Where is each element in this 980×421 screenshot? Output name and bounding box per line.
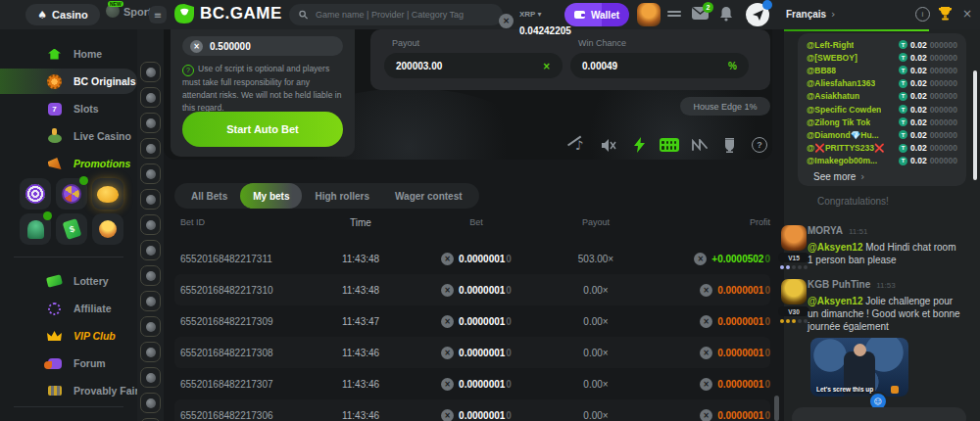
sidebar-item-vip-club[interactable]: VIP Club bbox=[0, 323, 137, 349]
search-input[interactable] bbox=[314, 9, 493, 21]
winner-row[interactable]: @AsiakhatunT0.02000000 bbox=[807, 90, 957, 103]
winner-name[interactable]: @[SWEBOY] bbox=[807, 53, 858, 63]
bet-row[interactable]: 65520168482217311 11:43:48 ×0.00000010 5… bbox=[174, 243, 770, 274]
rail-game-icon-6[interactable] bbox=[140, 189, 161, 210]
mention[interactable]: @Aksyen12 bbox=[808, 296, 862, 306]
search-bar[interactable] bbox=[289, 4, 503, 25]
winner-name[interactable]: @Asiakhatun bbox=[807, 91, 859, 101]
rail-game-icon-3[interactable] bbox=[140, 113, 161, 133]
rail-game-icon-11[interactable] bbox=[140, 316, 161, 337]
bet-row[interactable]: 65520168482217308 11:43:46 ×0.00000010 0… bbox=[174, 337, 770, 368]
turbo-icon[interactable] bbox=[628, 134, 650, 156]
winner-row[interactable]: @Aliesfahan1363T0.02000000 bbox=[807, 77, 957, 90]
start-auto-bet-button[interactable]: Start Auto Bet bbox=[182, 112, 343, 147]
close-icon[interactable]: × bbox=[962, 7, 972, 21]
bet-row[interactable]: 65520168482217309 11:43:47 ×0.00000010 0… bbox=[174, 305, 770, 337]
main-scrollbar[interactable] bbox=[774, 396, 779, 421]
menu-icon[interactable]: ≡ bbox=[149, 6, 167, 23]
language-selector[interactable]: Français bbox=[786, 9, 826, 20]
payout-input[interactable]: 200003.00 × bbox=[384, 53, 563, 78]
wallet-button[interactable]: Wallet bbox=[564, 3, 629, 26]
bet-row[interactable]: 65520168482217307 11:43:46 ×0.00000010 0… bbox=[174, 368, 770, 399]
casino-toggle[interactable]: ♠ Casino bbox=[25, 4, 100, 25]
balance-selector[interactable]: × XRP ▾ 0.04242205 bbox=[499, 3, 571, 38]
winner-row[interactable]: @❌PRITTYS233❌T0.02000000 bbox=[807, 142, 957, 155]
user-avatar[interactable] bbox=[637, 3, 661, 26]
help-icon[interactable]: ? bbox=[749, 134, 770, 156]
promo-wheel-tile[interactable] bbox=[56, 178, 87, 210]
clear-icon[interactable]: × bbox=[543, 61, 551, 71]
sound-mute-icon[interactable] bbox=[599, 134, 620, 156]
winner-name[interactable]: @❌PRITTYS233❌ bbox=[807, 143, 885, 153]
chat-scrollbar[interactable] bbox=[973, 70, 977, 180]
sidebar-item-forum[interactable]: Forum bbox=[0, 351, 137, 376]
rail-game-icon-7[interactable] bbox=[140, 214, 161, 235]
sidebar-item-live-casino[interactable]: Live Casino bbox=[0, 123, 137, 149]
sidebar-item-bc-originals[interactable]: BC Originals › bbox=[0, 69, 137, 94]
bet-amount-input[interactable]: × 0.500000 bbox=[182, 36, 343, 56]
winner-row[interactable]: @[SWEBOY]T0.02000000 bbox=[807, 51, 957, 64]
winner-name[interactable]: @Specific Cowden bbox=[807, 105, 881, 115]
rail-game-icon-1[interactable] bbox=[140, 62, 161, 82]
avatar[interactable] bbox=[781, 279, 807, 304]
winner-row[interactable]: @Zilong Tik TokT0.02000000 bbox=[807, 116, 957, 128]
chat-username[interactable]: KGB PuhTine11:53 bbox=[808, 279, 896, 290]
promo-spin-tile[interactable] bbox=[20, 178, 51, 210]
rewards-button[interactable] bbox=[938, 6, 953, 21]
promo-deals-tile[interactable]: $ bbox=[56, 213, 87, 245]
chat-gif-thumbnail[interactable]: Let's screw this up bbox=[810, 338, 908, 397]
logo[interactable]: BC.GAME bbox=[174, 4, 282, 23]
chat-input[interactable] bbox=[792, 407, 966, 421]
winner-row[interactable]: @Imakegob00m...T0.02000000 bbox=[807, 155, 957, 167]
winner-name[interactable]: @Left-Right bbox=[807, 40, 854, 50]
tab-high-rollers[interactable]: High rollers bbox=[302, 183, 382, 209]
winner-name[interactable]: @Diamond💎Hu... bbox=[807, 130, 879, 140]
winner-row[interactable]: @Diamond💎Hu...T0.02000000 bbox=[807, 128, 957, 141]
promo-quest-tile[interactable] bbox=[20, 213, 51, 245]
mention[interactable]: @Aksyen12 bbox=[808, 242, 862, 253]
tab-all-bets[interactable]: All Bets bbox=[178, 183, 240, 209]
notifications-button[interactable] bbox=[719, 6, 733, 22]
promo-piggy-tile[interactable] bbox=[92, 178, 123, 210]
trends-icon[interactable] bbox=[689, 134, 710, 156]
winner-row[interactable]: @Left-RightT0.02000000 bbox=[807, 38, 957, 51]
rail-game-icon-9[interactable] bbox=[140, 265, 161, 286]
rail-game-icon-2[interactable] bbox=[140, 87, 161, 108]
rail-game-icon-12[interactable] bbox=[140, 342, 161, 362]
chat-username[interactable]: MORYA11:51 bbox=[808, 225, 867, 236]
winner-row[interactable]: @Specific CowdenT0.02000000 bbox=[807, 103, 957, 116]
see-more-link[interactable]: See more› bbox=[813, 171, 957, 182]
rail-game-icon-4[interactable] bbox=[140, 138, 161, 159]
sidebar-item-affiliate[interactable]: Affiliate bbox=[0, 296, 137, 321]
rail-game-icon-13[interactable] bbox=[140, 367, 161, 388]
sidebar-item-home[interactable]: Home bbox=[0, 41, 137, 67]
hotkeys-icon[interactable] bbox=[659, 134, 680, 156]
language-chevron-icon[interactable]: › bbox=[831, 8, 835, 21]
winner-name[interactable]: @Imakegob00m... bbox=[807, 156, 877, 165]
music-mute-icon[interactable]: ♪ bbox=[568, 134, 590, 156]
bet-row[interactable]: 65520168482217310 11:43:48 ×0.00000010 0… bbox=[174, 274, 770, 305]
sidebar-item-promotions[interactable]: Promotions bbox=[0, 151, 137, 176]
rail-game-icon-10[interactable] bbox=[140, 291, 161, 311]
sidebar-item-lottery[interactable]: Lottery bbox=[0, 268, 137, 294]
winner-name[interactable]: @Zilong Tik Tok bbox=[807, 117, 870, 127]
tab-my-bets[interactable]: My bets bbox=[240, 183, 302, 209]
winner-name[interactable]: @BB88 bbox=[807, 66, 836, 75]
win-chance-input[interactable]: 0.00049 % bbox=[570, 53, 749, 78]
rail-game-icon-8[interactable] bbox=[140, 240, 161, 260]
rail-game-icon-5[interactable] bbox=[140, 164, 161, 184]
avatar[interactable] bbox=[781, 225, 807, 251]
account-list-icon[interactable] bbox=[667, 9, 681, 19]
winner-row[interactable]: @BB88T0.02000000 bbox=[807, 64, 957, 76]
cup-icon[interactable] bbox=[718, 134, 740, 156]
promo-bonus-tile[interactable] bbox=[92, 213, 123, 245]
chat-toggle-button[interactable] bbox=[746, 3, 769, 26]
sidebar-item-provably-fair[interactable]: Provably Fair bbox=[0, 378, 137, 403]
rail-game-icon-14[interactable] bbox=[140, 393, 161, 413]
info-icon[interactable]: i bbox=[915, 7, 930, 22]
bet-row[interactable]: 65520168482217306 11:43:46 ×0.00000010 0… bbox=[174, 399, 770, 421]
messages-button[interactable]: 2 bbox=[692, 7, 709, 20]
tab-wager-contest[interactable]: Wager contest bbox=[382, 183, 475, 209]
sidebar-item-slots[interactable]: 7 Slots bbox=[0, 96, 137, 121]
winner-name[interactable]: @Aliesfahan1363 bbox=[807, 78, 875, 88]
